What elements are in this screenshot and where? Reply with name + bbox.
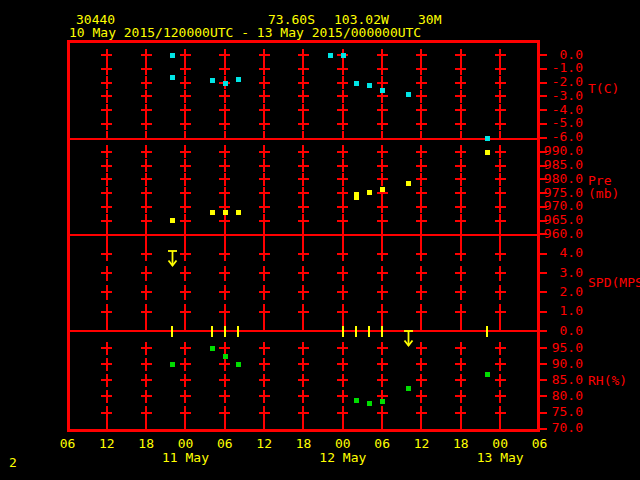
grid-plus-icon xyxy=(460,358,462,371)
grid-plus-icon xyxy=(263,62,265,75)
temperature-data-point xyxy=(485,136,490,141)
rh-data-point xyxy=(354,398,359,403)
grid-plus-icon xyxy=(460,374,462,387)
pressure-data-point xyxy=(354,195,359,200)
y-axis-tick-label: 95.0 xyxy=(534,341,583,354)
grid-plus-icon xyxy=(302,266,304,281)
temperature-data-point xyxy=(406,92,411,97)
grid-plus-icon xyxy=(420,390,422,403)
hour-tick-label: 18 xyxy=(126,437,166,450)
grid-plus-icon xyxy=(460,159,462,172)
grid-column-stem xyxy=(184,419,186,431)
grid-plus-icon xyxy=(342,200,344,213)
grid-plus-icon xyxy=(302,246,304,261)
grid-plus-icon xyxy=(302,358,304,371)
grid-plus-icon xyxy=(420,90,422,103)
grid-plus-icon xyxy=(302,49,304,62)
grid-plus-icon xyxy=(106,200,108,213)
grid-plus-icon xyxy=(302,200,304,213)
series-label: T(C) xyxy=(588,82,619,95)
rh-data-point xyxy=(380,399,385,404)
wind-calm-tick xyxy=(211,326,213,338)
grid-plus-icon xyxy=(263,159,265,172)
grid-plus-icon xyxy=(381,374,383,387)
rh-data-point xyxy=(223,354,228,359)
y-axis-tick-label: 70.0 xyxy=(534,421,583,434)
grid-plus-icon xyxy=(342,173,344,186)
grid-column-stem xyxy=(381,419,383,431)
down-arrow-icon xyxy=(402,330,415,348)
grid-plus-icon xyxy=(499,200,501,213)
grid-plus-icon xyxy=(263,304,265,319)
grid-plus-icon xyxy=(106,285,108,300)
grid-plus-icon xyxy=(145,187,147,200)
grid-plus-icon xyxy=(263,117,265,130)
grid-plus-icon xyxy=(224,49,226,62)
pressure-data-point xyxy=(170,218,175,223)
grid-plus-icon xyxy=(302,374,304,387)
grid-plus-icon xyxy=(499,49,501,62)
grid-column-stem xyxy=(106,236,108,247)
rh-data-point xyxy=(485,372,490,377)
grid-plus-icon xyxy=(145,374,147,387)
grid-plus-icon xyxy=(460,117,462,130)
grid-plus-icon xyxy=(420,200,422,213)
grid-column-stem xyxy=(184,236,186,247)
grid-plus-icon xyxy=(106,159,108,172)
grid-plus-icon xyxy=(302,187,304,200)
grid-plus-icon xyxy=(263,374,265,387)
grid-column-stem xyxy=(224,236,226,247)
grid-plus-icon xyxy=(342,246,344,261)
grid-plus-icon xyxy=(184,145,186,158)
grid-plus-icon xyxy=(106,104,108,117)
grid-plus-icon xyxy=(342,145,344,158)
grid-plus-icon xyxy=(145,159,147,172)
grid-plus-icon xyxy=(106,406,108,419)
date-label: 13 May xyxy=(465,451,535,464)
grid-plus-icon xyxy=(420,266,422,281)
grid-plus-icon xyxy=(381,304,383,319)
pressure-data-point xyxy=(236,210,241,215)
grid-plus-icon xyxy=(184,76,186,89)
grid-plus-icon xyxy=(263,200,265,213)
grid-plus-icon xyxy=(184,159,186,172)
grid-plus-icon xyxy=(460,173,462,186)
grid-plus-icon xyxy=(381,285,383,300)
grid-plus-icon xyxy=(499,159,501,172)
grid-plus-icon xyxy=(184,390,186,403)
y-axis-tick-label: 4.0 xyxy=(534,246,583,259)
grid-plus-icon xyxy=(263,145,265,158)
y-axis-tick-label: 75.0 xyxy=(534,405,583,418)
grid-plus-icon xyxy=(106,358,108,371)
grid-plus-icon xyxy=(420,76,422,89)
grid-plus-icon xyxy=(263,214,265,227)
y-axis-tick-label: -3.0 xyxy=(534,89,583,102)
grid-plus-icon xyxy=(460,145,462,158)
y-axis-tick-label: 3.0 xyxy=(534,266,583,279)
grid-plus-icon xyxy=(145,145,147,158)
grid-plus-icon xyxy=(263,76,265,89)
grid-plus-icon xyxy=(499,187,501,200)
grid-plus-icon xyxy=(420,406,422,419)
grid-column-stem xyxy=(106,419,108,431)
grid-plus-icon xyxy=(184,62,186,75)
grid-plus-icon xyxy=(263,285,265,300)
grid-plus-icon xyxy=(342,374,344,387)
grid-plus-icon xyxy=(420,214,422,227)
grid-plus-icon xyxy=(224,159,226,172)
grid-plus-icon xyxy=(106,49,108,62)
date-label: 11 May xyxy=(150,451,220,464)
grid-plus-icon xyxy=(499,90,501,103)
pressure-data-point xyxy=(485,150,490,155)
y-axis-tick-label: 85.0 xyxy=(534,373,583,386)
down-arrow-icon xyxy=(166,250,179,268)
grid-plus-icon xyxy=(184,49,186,62)
wind-calm-tick xyxy=(224,326,226,338)
grid-plus-icon xyxy=(499,173,501,186)
grid-plus-icon xyxy=(420,187,422,200)
grid-plus-icon xyxy=(224,187,226,200)
hour-tick-label: 12 xyxy=(87,437,127,450)
rh-data-point xyxy=(210,346,215,351)
grid-plus-icon xyxy=(184,266,186,281)
grid-column-stem xyxy=(499,236,501,247)
